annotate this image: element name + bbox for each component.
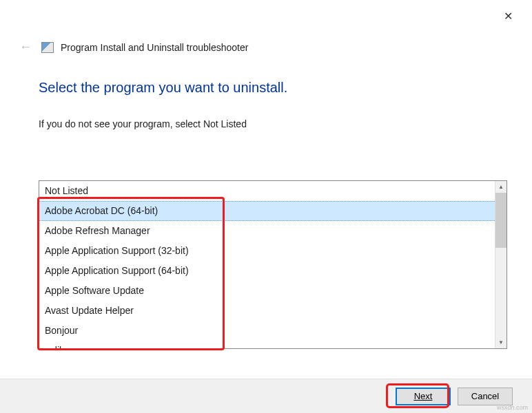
scroll-down-button[interactable]: ▼ bbox=[495, 337, 507, 348]
chevron-down-icon: ▼ bbox=[498, 339, 504, 346]
watermark: wsxdn.com bbox=[497, 404, 528, 411]
next-button-label: Next bbox=[414, 391, 433, 401]
list-item[interactable]: Avast Update Helper bbox=[39, 301, 495, 321]
back-arrow-icon: ← bbox=[19, 40, 32, 54]
page-heading: Select the program you want to uninstall… bbox=[39, 80, 287, 96]
page-subtitle: If you do not see your program, select N… bbox=[39, 118, 247, 129]
button-bar: Next Cancel bbox=[0, 379, 532, 413]
close-icon: ✕ bbox=[504, 10, 513, 22]
list-item[interactable]: Adobe Refresh Manager bbox=[39, 221, 495, 241]
list-item[interactable]: Apple Software Update bbox=[39, 281, 495, 301]
next-button[interactable]: Next bbox=[396, 388, 451, 405]
cancel-button[interactable]: Cancel bbox=[458, 388, 513, 405]
list-item[interactable]: Not Listed bbox=[39, 181, 495, 201]
window-title: Program Install and Uninstall troublesho… bbox=[61, 42, 248, 53]
header: ← Program Install and Uninstall troubles… bbox=[17, 39, 248, 56]
scrollbar[interactable]: ▲ ▼ bbox=[495, 181, 507, 348]
scroll-thumb[interactable] bbox=[495, 193, 507, 248]
list-item[interactable]: Bonjour bbox=[39, 321, 495, 341]
list-item[interactable]: Apple Application Support (64-bit) bbox=[39, 261, 495, 281]
list-item[interactable]: Apple Application Support (32-bit) bbox=[39, 241, 495, 261]
close-button[interactable]: ✕ bbox=[498, 7, 518, 25]
scroll-up-button[interactable]: ▲ bbox=[495, 181, 507, 193]
chevron-up-icon: ▲ bbox=[498, 184, 504, 190]
list-item[interactable]: Adobe Acrobat DC (64-bit) bbox=[39, 201, 495, 221]
troubleshooter-icon bbox=[41, 42, 54, 53]
program-listbox[interactable]: Not ListedAdobe Acrobat DC (64-bit)Adobe… bbox=[39, 180, 507, 349]
back-button[interactable]: ← bbox=[17, 39, 34, 56]
list-item[interactable]: calibre bbox=[39, 341, 495, 348]
